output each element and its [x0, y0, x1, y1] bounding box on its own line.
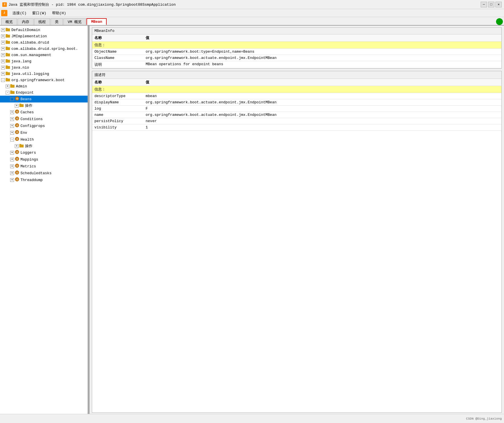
node-label-health-op: 操作	[25, 143, 32, 149]
expand-btn-metrics[interactable]: +	[10, 165, 14, 168]
tree-node-com-sun-management[interactable]: + com.sun.management	[0, 52, 88, 58]
tree-node-metrics[interactable]: + ⚙ Metrics	[0, 163, 88, 170]
tree-node-scheduledtasks[interactable]: + ⚙ Scheduledtasks	[0, 170, 88, 176]
svg-text:⚙: ⚙	[16, 137, 18, 141]
tree-node-health-op[interactable]: + 操作	[0, 143, 88, 149]
expand-btn-caches[interactable]: +	[10, 110, 14, 114]
expand-btn-conditions[interactable]: +	[10, 117, 14, 121]
menu-window[interactable]: 窗口(W)	[29, 10, 49, 17]
node-label-beans: Beans	[20, 97, 32, 101]
expand-btn-org-springframework-boot[interactable]: -	[1, 78, 5, 82]
expand-btn-mappings[interactable]: +	[10, 158, 14, 161]
tree-node-env[interactable]: + ⚙ Env	[0, 129, 88, 136]
folder-icon-com-alibaba-druid	[6, 40, 10, 45]
tree-node-com-alibaba-druid-spring-boot[interactable]: + com.alibaba.druid.spring.boot.	[0, 46, 88, 52]
gear-icon-health: ⚙	[15, 137, 19, 142]
tree-node-beans[interactable]: - ⚙ Beans	[0, 96, 88, 102]
desc-info-value	[143, 86, 501, 93]
expand-btn-health[interactable]: -	[10, 138, 14, 141]
expand-btn-java-lang[interactable]: +	[1, 59, 5, 63]
node-label-java-lang: java.lang	[11, 59, 31, 63]
desc-row-value-3: org.springframework.boot.actuate.endpoin…	[143, 112, 501, 118]
menu-help[interactable]: 帮助(H)	[49, 10, 69, 17]
node-label-org-springframework-boot: org.springframework.boot	[11, 78, 65, 82]
svg-text:⚙: ⚙	[16, 124, 18, 127]
expand-btn-beans[interactable]: -	[10, 97, 14, 101]
title-bar: J Java 监视和管理控制台 - pid: 1984 com.dingjiax…	[0, 0, 504, 9]
tree-node-jmimplementation[interactable]: + JMImplementation	[0, 33, 88, 39]
tree-node-java-nio[interactable]: + java.nio	[0, 64, 88, 71]
node-label-health: Health	[20, 137, 34, 142]
tab-bar-icons	[496, 18, 503, 25]
mbean-info-title: MBeanInfo	[92, 28, 501, 34]
descriptor-section: 描述符 名称 值 信息：descriptorTypembeandisplayNa…	[92, 71, 502, 413]
expand-btn-com-alibaba-druid[interactable]: +	[1, 41, 5, 44]
expand-btn-java-util-logging[interactable]: +	[1, 72, 5, 76]
expand-btn-java-nio[interactable]: +	[1, 66, 5, 69]
node-label-com-alibaba-druid-spring-boot: com.alibaba.druid.spring.boot.	[11, 47, 78, 51]
tree-node-java-util-logging[interactable]: + java.util.logging	[0, 71, 88, 77]
expand-btn-env[interactable]: +	[10, 131, 14, 135]
minimize-button[interactable]: ─	[481, 2, 487, 7]
expand-btn-threaddump[interactable]: +	[10, 178, 14, 182]
folder-icon-java-lang	[6, 59, 10, 64]
menu-connect[interactable]: 连接(C)	[10, 10, 29, 17]
expand-btn-com-alibaba-druid-spring-boot[interactable]: +	[1, 47, 5, 51]
expand-btn-beans-op[interactable]: +	[15, 104, 18, 108]
tree-node-defaultdomain[interactable]: + DefaultDomain	[0, 27, 88, 33]
expand-btn-com-sun-management[interactable]: +	[1, 53, 5, 57]
expand-btn-configprops[interactable]: +	[10, 124, 14, 128]
desc-row-name-5: visibility	[92, 124, 143, 131]
expand-btn-admin[interactable]: +	[6, 85, 9, 88]
svg-rect-15	[6, 72, 8, 73]
tree-node-conditions[interactable]: + ⚙ Conditions	[0, 116, 88, 122]
mbean-info-section: MBeanInfo 名称 值 信息：ObjectNameorg.springfr…	[92, 27, 502, 69]
desc-row-value-1: org.springframework.boot.actuate.endpoin…	[143, 99, 501, 106]
desc-info-label: 信息：	[92, 86, 143, 93]
node-label-com-alibaba-druid: com.alibaba.druid	[11, 40, 49, 45]
tree-node-com-alibaba-druid[interactable]: + com.alibaba.druid	[0, 39, 88, 46]
svg-rect-37	[19, 144, 21, 145]
tab-threads[interactable]: 线程	[34, 18, 50, 25]
folder-icon-health-op	[19, 143, 24, 149]
tab-memory[interactable]: 内存	[18, 18, 34, 25]
tree-node-admin[interactable]: + Admin	[0, 83, 88, 89]
tree-node-mappings[interactable]: + ⚙ Mappings	[0, 156, 88, 163]
tree-node-java-lang[interactable]: + java.lang	[0, 58, 88, 64]
tab-vm[interactable]: VM 概览	[63, 18, 86, 25]
gear-icon-threaddump: ⚙	[15, 177, 19, 183]
node-label-metrics: Metrics	[20, 164, 36, 169]
tab-classes[interactable]: 类	[51, 18, 63, 25]
tree-node-org-springframework-boot[interactable]: - org.springframework.boot	[0, 77, 88, 83]
svg-text:⚙: ⚙	[16, 97, 18, 100]
tree-node-health[interactable]: - ⚙ Health	[0, 136, 88, 143]
expand-btn-jmimplementation[interactable]: +	[1, 34, 5, 38]
folder-icon-admin	[10, 84, 15, 89]
expand-btn-endpoint[interactable]: -	[6, 91, 9, 95]
tree-node-configprops[interactable]: + ⚙ Configprops	[0, 122, 88, 129]
expand-btn-health-op[interactable]: +	[15, 144, 18, 148]
title-bar-left: J Java 监视和管理控制台 - pid: 1984 com.dingjiax…	[2, 2, 176, 7]
tab-bar: 概览 内存 线程 类 VM 概览 MBean	[0, 17, 504, 26]
close-button[interactable]: ✕	[495, 2, 502, 7]
tree-node-beans-op[interactable]: + 操作	[0, 102, 88, 109]
expand-btn-loggers[interactable]: +	[10, 151, 14, 155]
maximize-button[interactable]: □	[488, 2, 494, 7]
mbean-info-table: 名称 值 信息：ObjectNameorg.springframework.bo…	[92, 34, 501, 68]
tree-node-caches[interactable]: + ⚙ Caches	[0, 109, 88, 116]
tree-node-loggers[interactable]: + ⚙ Loggers	[0, 149, 88, 156]
svg-rect-1	[6, 28, 8, 29]
svg-text:⚙: ⚙	[16, 131, 18, 134]
tree-panel[interactable]: + DefaultDomain+ JMImplementation+ com.a…	[0, 26, 88, 414]
expand-btn-defaultdomain[interactable]: +	[1, 28, 5, 32]
svg-rect-19	[10, 84, 12, 85]
tab-overview[interactable]: 概览	[1, 18, 17, 25]
window-controls[interactable]: ─ □ ✕	[481, 2, 502, 7]
expand-btn-scheduledtasks[interactable]: +	[10, 171, 14, 175]
tab-mbean[interactable]: MBean	[86, 18, 107, 25]
tree-node-endpoint[interactable]: - Endpoint	[0, 89, 88, 96]
mbean-row-name-1: ClassName	[92, 55, 143, 61]
folder-icon-com-alibaba-druid-spring-boot	[6, 46, 10, 51]
status-bar: CSDN @Ding_jiaxiong	[0, 414, 504, 423]
tree-node-threaddump[interactable]: + ⚙ Threaddump	[0, 176, 88, 183]
